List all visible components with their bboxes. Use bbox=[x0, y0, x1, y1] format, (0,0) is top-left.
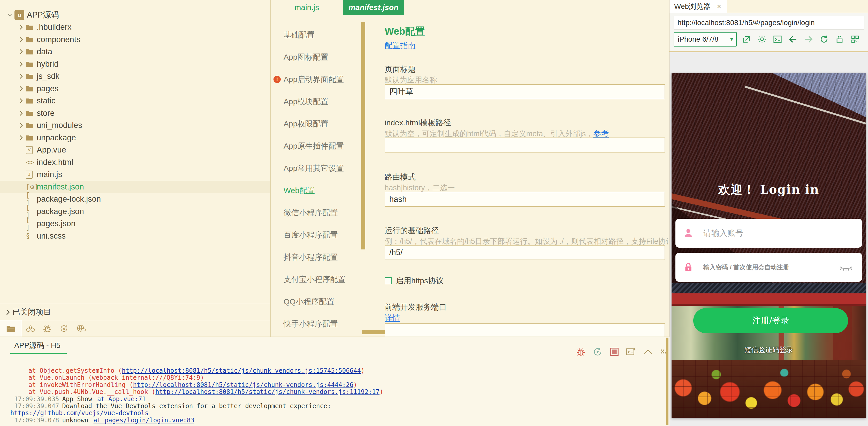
devtools-link[interactable]: https://github.com/vuejs/vue-devtools bbox=[10, 409, 149, 417]
nav-item-splash[interactable]: !App启动界面配置 bbox=[271, 68, 361, 90]
scss-file-icon: § bbox=[26, 232, 37, 240]
tree-row-file[interactable]: VApp.vue bbox=[0, 144, 270, 156]
chevron-right-icon bbox=[17, 86, 26, 92]
nav-item-douyin[interactable]: 抖音小程序配置 bbox=[271, 246, 361, 268]
unlock-icon[interactable] bbox=[834, 35, 845, 44]
tree-row-file[interactable]: <>index.html bbox=[0, 156, 270, 169]
device-select[interactable]: iPhone 6/7/8 ▾ bbox=[674, 32, 737, 47]
gear-icon[interactable] bbox=[756, 35, 768, 44]
tree-row-folder[interactable]: data bbox=[0, 46, 270, 58]
back-icon[interactable] bbox=[787, 35, 799, 44]
dev-port-input[interactable] bbox=[384, 323, 665, 337]
stop-icon[interactable] bbox=[610, 347, 619, 358]
tree-row-project[interactable]: u APP源码 bbox=[0, 9, 270, 21]
search-binoculars-icon[interactable] bbox=[22, 324, 39, 333]
console-tab[interactable]: APP源码 - H5 bbox=[14, 340, 61, 351]
manifest-file-icon: [⚙] bbox=[26, 183, 37, 191]
tab-main-js[interactable]: main.js bbox=[271, 0, 343, 15]
tree-row-folder[interactable]: .hbuilderx bbox=[0, 21, 270, 34]
https-checkbox[interactable] bbox=[384, 277, 392, 284]
dev-port-label: 前端开发服务端口 bbox=[384, 302, 447, 312]
restart-run-icon[interactable] bbox=[593, 347, 602, 358]
debug-bug-icon[interactable] bbox=[39, 324, 56, 333]
tree-row-folder[interactable]: pages bbox=[0, 83, 270, 95]
index-template-input[interactable] bbox=[384, 138, 665, 153]
console-line: 17:09:39.035App Showat App.vue:71 bbox=[0, 396, 662, 403]
console-terminal-icon[interactable] bbox=[772, 35, 783, 44]
tree-row-file[interactable]: [ ]package-lock.json bbox=[0, 193, 270, 206]
browser-toolbar: http://localhost:8081/h5/#/pages/login/l… bbox=[670, 13, 868, 52]
password-input[interactable]: 输入密码 / 首次使用会自动注册 bbox=[675, 253, 862, 282]
dev-port-details-link[interactable]: 详情 bbox=[384, 313, 400, 324]
new-terminal-icon[interactable] bbox=[626, 347, 636, 358]
close-icon[interactable]: × bbox=[717, 2, 721, 11]
chevron-down-icon: ▾ bbox=[730, 36, 733, 43]
console-source-link[interactable]: at pages/login/login.vue:83 bbox=[94, 417, 194, 424]
chevron-down-icon bbox=[5, 12, 14, 18]
account-placeholder: 请输入账号 bbox=[703, 228, 743, 239]
tree-row-file[interactable]: Jmain.js bbox=[0, 169, 270, 181]
nav-item-alipay[interactable]: 支付宝小程序配置 bbox=[271, 268, 361, 291]
nav-item-app-icon[interactable]: App图标配置 bbox=[271, 46, 361, 68]
base-path-input[interactable]: /h5/ bbox=[384, 245, 665, 260]
config-guide-link[interactable]: 配置指南 bbox=[384, 40, 416, 51]
project-explorer-icon[interactable] bbox=[0, 320, 22, 337]
sync-icon[interactable] bbox=[56, 324, 72, 333]
tree-row-folder[interactable]: static bbox=[0, 95, 270, 107]
eye-closed-icon[interactable] bbox=[839, 265, 853, 273]
tree-row-folder[interactable]: uni_modules bbox=[0, 119, 270, 132]
uniapp-project-icon: u bbox=[14, 10, 24, 20]
toolbar-divider bbox=[670, 52, 868, 52]
login-background-eave bbox=[672, 283, 866, 294]
nav-item-modules[interactable]: App模块配置 bbox=[271, 90, 361, 113]
tree-row-folder[interactable]: js_sdk bbox=[0, 70, 270, 83]
tree-row-file[interactable]: §uni.scss bbox=[0, 230, 270, 242]
console-line: 17:09:39.078unknownat pages/login/login.… bbox=[0, 417, 662, 424]
reference-link[interactable]: 参考 bbox=[593, 129, 609, 138]
nav-item-kuaishou[interactable]: 快手小程序配置 bbox=[271, 313, 361, 335]
nav-item-weixin[interactable]: 微信小程序配置 bbox=[271, 202, 361, 224]
router-mode-label: 路由模式 bbox=[384, 172, 416, 182]
web-cloud-icon[interactable] bbox=[72, 324, 89, 333]
browser-tab[interactable]: Web浏览器 × bbox=[670, 0, 727, 13]
router-mode-input[interactable]: hash bbox=[384, 192, 665, 207]
closed-projects-section[interactable]: 已关闭项目 bbox=[0, 304, 271, 320]
tree-row-file[interactable]: [ ]package.json bbox=[0, 205, 270, 218]
sms-login-link[interactable]: 短信验证码登录 bbox=[672, 345, 866, 355]
nav-item-permissions[interactable]: App权限配置 bbox=[271, 113, 361, 135]
nav-item-app-other[interactable]: App常用其它设置 bbox=[271, 157, 361, 179]
detach-window-icon[interactable] bbox=[741, 35, 752, 44]
console-source-link[interactable]: at App.vue:71 bbox=[97, 395, 146, 403]
console-source-link[interactable]: http://localhost:8081/h5/static/js/chunk… bbox=[133, 381, 353, 389]
tree-row-folder[interactable]: hybrid bbox=[0, 58, 270, 70]
nav-item-native-plugins[interactable]: App原生插件配置 bbox=[271, 135, 361, 157]
tree-row-folder[interactable]: components bbox=[0, 33, 270, 46]
nav-scrollbar[interactable] bbox=[361, 22, 365, 249]
collapse-panel-icon[interactable] bbox=[643, 347, 653, 358]
nav-item-basic[interactable]: 基础配置 bbox=[271, 24, 361, 46]
router-mode-hint: hash|history，二选一 bbox=[384, 183, 668, 193]
refresh-icon[interactable] bbox=[818, 35, 830, 44]
console-scrollbar[interactable] bbox=[666, 338, 669, 425]
tree-row-file-selected[interactable]: [⚙]manifest.json bbox=[0, 181, 270, 193]
page-title-input[interactable]: 四叶草 bbox=[384, 84, 665, 99]
https-checkbox-row: 启用https协议 bbox=[384, 276, 443, 286]
tree-row-folder[interactable]: unpackage bbox=[0, 131, 270, 144]
nav-item-web-config[interactable]: Web配置 bbox=[271, 179, 361, 202]
console-panel: APP源码 - H5 at Object.getSystemInfo (http… bbox=[0, 337, 670, 426]
account-input[interactable]: 请输入账号 bbox=[675, 219, 862, 248]
register-login-button[interactable]: 注册/登录 bbox=[693, 308, 848, 333]
debug-bug-icon[interactable] bbox=[576, 347, 586, 358]
forward-icon[interactable] bbox=[803, 35, 814, 44]
nav-item-qq[interactable]: QQ小程序配置 bbox=[271, 291, 361, 313]
console-source-link[interactable]: http://localhost:8081/h5/static/js/chunk… bbox=[122, 367, 361, 374]
base-path-label: 运行的基础路径 bbox=[384, 225, 439, 236]
tree-row-file[interactable]: [ ]pages.json bbox=[0, 218, 270, 230]
console-source-link[interactable]: http://localhost:8081/h5/static/js/chunk… bbox=[155, 388, 379, 395]
multi-window-grid-icon[interactable] bbox=[849, 35, 861, 44]
tree-row-folder[interactable]: store bbox=[0, 107, 270, 119]
nav-item-baidu[interactable]: 百度小程序配置 bbox=[271, 224, 361, 246]
url-input[interactable]: http://localhost:8081/h5/#/pages/login/l… bbox=[674, 16, 864, 29]
web-browser-panel: Web浏览器 × http://localhost:8081/h5/#/page… bbox=[670, 0, 868, 426]
file-explorer-panel: u APP源码 .hbuilderx components data hybri… bbox=[0, 0, 271, 337]
